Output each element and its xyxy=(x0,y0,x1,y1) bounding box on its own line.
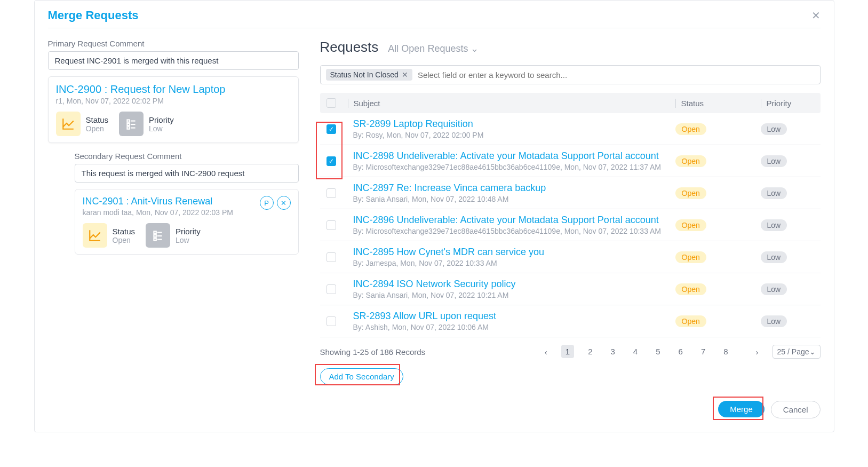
table-row: ✓ SR-2899 Laptop Requisition By: Rosy, M… xyxy=(320,113,821,145)
pagination-info: Showing 1-25 of 186 Records xyxy=(320,347,426,357)
request-meta: By: Sania Ansari, Mon, Nov 07, 2022 10:2… xyxy=(353,291,675,299)
filter-chip[interactable]: Status Not In Closed ✕ xyxy=(326,69,412,81)
chevron-down-icon: ⌄ xyxy=(809,347,816,356)
request-title-link[interactable]: SR-2899 Laptop Requisition xyxy=(353,118,675,130)
request-title-link[interactable]: SR-2893 Allow URL upon request xyxy=(353,311,675,322)
chevron-down-icon: ⌄ xyxy=(471,43,479,54)
status-badge: Open xyxy=(675,251,706,263)
priority-badge: Low xyxy=(761,315,787,327)
cancel-button[interactable]: Cancel xyxy=(771,401,821,418)
request-title-link[interactable]: INC-2896 Undeliverable: Activate your Mo… xyxy=(353,215,675,226)
priority-badge: Low xyxy=(761,123,787,135)
secondary-card-meta: karan modi taa, Mon, Nov 07, 2022 02:03 … xyxy=(83,208,234,217)
request-meta: By: Microsoftexchange329e71ec88ae4615bbc… xyxy=(353,227,675,235)
row-checkbox[interactable] xyxy=(327,188,336,198)
row-checkbox[interactable] xyxy=(327,316,336,326)
table-row: SR-2893 Allow URL upon request By: Ashis… xyxy=(320,305,821,337)
search-input[interactable] xyxy=(418,70,815,80)
priority-badge: Low xyxy=(761,283,787,295)
request-title-link[interactable]: INC-2894 ISO Network Security policy xyxy=(353,279,675,290)
primary-request-card: INC-2900 : Request for New Laptop r1, Mo… xyxy=(48,76,299,143)
requests-heading: Requests xyxy=(320,39,379,56)
page-number[interactable]: 5 xyxy=(651,345,664,358)
page-number[interactable]: 6 xyxy=(674,345,687,358)
select-all-checkbox[interactable] xyxy=(327,98,336,108)
page-number[interactable]: 1 xyxy=(561,345,574,358)
prev-page-icon[interactable]: ‹ xyxy=(540,345,552,359)
secondary-comment-label: Secondary Request Comment xyxy=(75,152,299,161)
row-checkbox[interactable]: ✓ xyxy=(327,124,336,134)
row-checkbox[interactable]: ✓ xyxy=(327,156,336,166)
make-primary-icon[interactable]: P xyxy=(260,196,274,210)
modal-title: Merge Requests xyxy=(48,9,139,22)
page-number[interactable]: 7 xyxy=(697,345,710,358)
page-number[interactable]: 3 xyxy=(607,345,619,358)
status-badge: Open xyxy=(675,315,706,327)
search-bar[interactable]: Status Not In Closed ✕ xyxy=(320,65,821,84)
svg-rect-7 xyxy=(154,235,156,237)
secondary-request-card: INC-2901 : Anit-Virus Renewal karan modi… xyxy=(75,189,299,255)
status-badge: Open xyxy=(675,219,706,231)
add-to-secondary-button[interactable]: Add To Secondary xyxy=(320,368,403,385)
primary-status-value: Open xyxy=(86,124,109,133)
priority-badge: Low xyxy=(761,219,787,231)
status-badge: Open xyxy=(675,123,706,135)
secondary-card-title[interactable]: INC-2901 : Anit-Virus Renewal xyxy=(83,196,234,207)
svg-rect-1 xyxy=(127,123,129,125)
svg-rect-6 xyxy=(154,231,156,233)
col-subject: Subject xyxy=(348,99,675,108)
table-row: INC-2895 How Cynet's MDR can service you… xyxy=(320,241,821,273)
priority-badge: Low xyxy=(761,187,787,199)
page-number[interactable]: 2 xyxy=(584,345,596,358)
secondary-comment-input[interactable] xyxy=(75,164,299,183)
priority-badge: Low xyxy=(761,155,787,167)
request-title-link[interactable]: INC-2898 Undeliverable: Activate your Mo… xyxy=(353,151,675,162)
request-meta: By: Jamespa, Mon, Nov 07, 2022 10:33 AM xyxy=(353,259,675,267)
secondary-status-label: Status xyxy=(113,227,136,236)
page-size-dropdown[interactable]: 25 / Page⌄ xyxy=(773,345,821,359)
primary-card-meta: r1, Mon, Nov 07, 2022 02:02 PM xyxy=(56,97,291,105)
merge-button[interactable]: Merge xyxy=(718,401,765,417)
remove-secondary-icon[interactable]: ✕ xyxy=(277,196,291,210)
row-checkbox[interactable] xyxy=(327,284,336,294)
col-status: Status xyxy=(675,99,761,108)
request-meta: By: Microsoftexchange329e71ec88ae4615bbc… xyxy=(353,163,675,171)
chart-line-icon xyxy=(83,223,107,248)
request-meta: By: Rosy, Mon, Nov 07, 2022 02:00 PM xyxy=(353,131,675,139)
close-icon[interactable]: ✕ xyxy=(811,9,821,22)
table-row: ✓ INC-2898 Undeliverable: Activate your … xyxy=(320,145,821,177)
request-meta: By: Sania Ansari, Mon, Nov 07, 2022 10:4… xyxy=(353,195,675,203)
table-row: INC-2897 Re: Increase Vinca camera backu… xyxy=(320,177,821,209)
svg-rect-0 xyxy=(127,120,129,122)
secondary-priority-value: Low xyxy=(176,236,201,244)
chip-remove-icon[interactable]: ✕ xyxy=(402,70,408,79)
primary-comment-input[interactable] xyxy=(48,51,299,70)
table-header: Subject Status Priority xyxy=(320,93,821,113)
chart-line-icon xyxy=(56,112,81,136)
row-checkbox[interactable] xyxy=(327,220,336,230)
status-badge: Open xyxy=(675,187,706,199)
request-title-link[interactable]: INC-2897 Re: Increase Vinca camera backu… xyxy=(353,183,675,194)
primary-priority-value: Low xyxy=(149,124,174,133)
primary-card-title[interactable]: INC-2900 : Request for New Laptop xyxy=(56,83,291,96)
svg-rect-8 xyxy=(154,238,156,240)
primary-status-label: Status xyxy=(86,115,109,124)
primary-comment-label: Primary Request Comment xyxy=(48,39,299,48)
request-title-link[interactable]: INC-2895 How Cynet's MDR can service you xyxy=(353,247,675,258)
request-meta: By: Ashish, Mon, Nov 07, 2022 10:06 AM xyxy=(353,323,675,331)
priority-icon xyxy=(146,223,170,248)
next-page-icon[interactable]: › xyxy=(752,345,763,359)
secondary-status-value: Open xyxy=(113,236,136,244)
svg-rect-2 xyxy=(127,126,129,129)
priority-icon xyxy=(119,112,144,136)
page-number[interactable]: 4 xyxy=(629,345,642,358)
page-number[interactable]: 8 xyxy=(719,345,732,358)
row-checkbox[interactable] xyxy=(327,252,336,262)
status-badge: Open xyxy=(675,155,706,167)
status-badge: Open xyxy=(675,283,706,295)
primary-priority-label: Priority xyxy=(149,115,174,124)
col-priority: Priority xyxy=(761,99,814,108)
table-row: INC-2894 ISO Network Security policy By:… xyxy=(320,273,821,305)
table-row: INC-2896 Undeliverable: Activate your Mo… xyxy=(320,209,821,241)
requests-filter-dropdown[interactable]: All Open Requests ⌄ xyxy=(388,43,479,54)
